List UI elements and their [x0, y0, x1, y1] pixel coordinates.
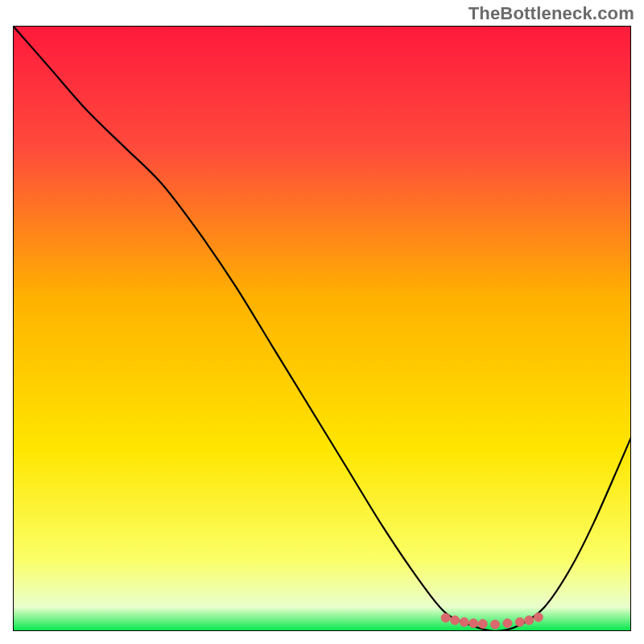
chart-frame: TheBottleneck.com [0, 0, 644, 644]
watermark-label: TheBottleneck.com [469, 3, 634, 24]
optimum-marker [534, 613, 543, 621]
optimum-marker [460, 617, 469, 626]
optimum-marker [469, 619, 478, 628]
optimum-marker [503, 619, 512, 628]
gradient-background [13, 26, 631, 631]
bottleneck-chart [13, 26, 631, 631]
optimum-marker [515, 617, 524, 626]
plot-area [13, 26, 631, 631]
optimum-marker [491, 620, 500, 629]
optimum-marker [451, 616, 460, 625]
optimum-marker [525, 616, 534, 625]
optimum-marker [478, 619, 487, 628]
optimum-marker [441, 613, 450, 622]
